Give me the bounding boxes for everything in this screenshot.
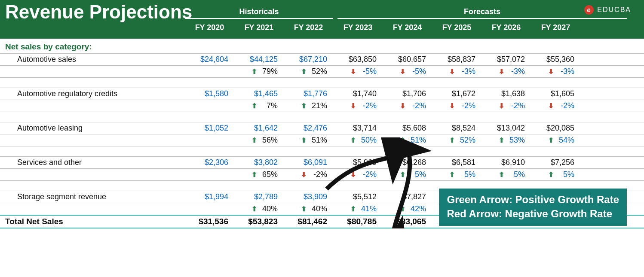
growth-row: ⬆79%⬆52%⬇-5%⬇-5%⬇-3%⬇-3%⬇-3%: [0, 66, 644, 78]
growth-cell: ⬆52%: [284, 67, 333, 76]
value-cell: $6,268: [383, 158, 432, 167]
growth-cell: ⬆65%: [234, 170, 284, 179]
value-cell: $5,608: [383, 124, 432, 133]
arrow-up-icon: ⬆: [301, 205, 307, 213]
growth-value: 56%: [261, 136, 278, 145]
growth-value: 54%: [558, 136, 574, 145]
value-cell: $57,072: [481, 55, 531, 64]
arrow-up-icon: ⬆: [449, 136, 455, 144]
growth-value: -2%: [509, 101, 525, 110]
arrow-up-icon: ⬆: [449, 170, 455, 179]
total-label: Total Net Sales: [5, 217, 185, 226]
growth-cell: ⬆53%: [481, 136, 531, 145]
growth-cell: ⬇-2%: [481, 101, 531, 110]
header: Revenue Projections e EDUCBA Historicals…: [0, 0, 644, 39]
growth-cell: ⬆40%: [234, 204, 284, 213]
value-cell: $3,714: [333, 124, 383, 133]
growth-cell: ⬆5%: [383, 170, 432, 179]
growth-value: -2%: [311, 170, 327, 179]
growth-cell: ⬇-5%: [383, 67, 432, 76]
arrow-up-icon: ⬆: [301, 136, 307, 144]
arrow-up-icon: ⬆: [251, 170, 257, 179]
year-header: FY 2025: [432, 23, 481, 32]
category-label: Automotive leasing: [17, 124, 185, 133]
section-title: Net sales by category:: [0, 41, 644, 54]
growth-cell: ⬇-3%: [531, 67, 580, 76]
growth-cell: [185, 101, 234, 110]
value-cell: $8,524: [432, 124, 481, 133]
arrow-down-icon: ⬇: [449, 102, 455, 110]
growth-cell: [185, 136, 234, 145]
growth-cell: ⬆40%: [284, 204, 333, 213]
growth-cell: ⬆50%: [333, 136, 383, 145]
value-cell: $1,642: [234, 124, 284, 133]
year-header: FY 2023: [333, 23, 383, 32]
growth-cell: [185, 204, 234, 213]
arrow-down-icon: ⬇: [350, 102, 356, 110]
growth-value: 21%: [311, 101, 327, 110]
growth-row: ⬆56%⬆51%⬆50%⬆51%⬆52%⬆53%⬆54%: [0, 134, 644, 146]
value-cell: $1,638: [481, 89, 531, 98]
value-cell: $2,476: [284, 124, 333, 133]
growth-cell: ⬆79%: [234, 67, 284, 76]
arrow-up-icon: ⬆: [400, 205, 405, 213]
total-cell: $31,536: [185, 217, 234, 226]
growth-value: -5%: [410, 67, 426, 76]
arrow-up-icon: ⬆: [301, 67, 307, 76]
growth-cell: ⬇-3%: [432, 67, 481, 76]
arrow-down-icon: ⬇: [301, 170, 307, 179]
growth-value: 41%: [360, 204, 377, 213]
category-label: Storage segment revenue: [17, 192, 185, 201]
arrow-down-icon: ⬇: [499, 67, 504, 76]
value-cell: $55,360: [531, 55, 580, 64]
value-cell: $1,672: [432, 89, 481, 98]
category-row: Automotive regulatory credits$1,580$1,46…: [0, 88, 644, 100]
group-forecasts: Forecasts: [337, 7, 627, 19]
growth-value: -5%: [360, 67, 377, 76]
value-cell: $2,789: [234, 192, 284, 201]
spacer-row: [0, 78, 644, 88]
value-cell: $6,091: [284, 158, 333, 167]
arrow-down-icon: ⬇: [400, 102, 405, 110]
year-header: FY 2027: [531, 23, 580, 32]
year-header: FY 2026: [481, 23, 531, 32]
growth-value: 51%: [311, 136, 327, 145]
total-cell: $83,065: [383, 217, 432, 226]
value-cell: $6,910: [481, 158, 531, 167]
growth-cell: ⬆51%: [284, 136, 333, 145]
growth-value: 79%: [261, 67, 278, 76]
arrow-up-icon: ⬆: [499, 170, 504, 179]
growth-cell: ⬆41%: [333, 204, 383, 213]
growth-cell: ⬆56%: [234, 136, 284, 145]
growth-value: 7%: [261, 101, 278, 110]
growth-cell: ⬇-5%: [333, 67, 383, 76]
value-cell: $7,827: [383, 192, 432, 201]
arrow-up-icon: ⬆: [350, 205, 356, 213]
value-cell: $1,776: [284, 89, 333, 98]
value-cell: $1,465: [234, 89, 284, 98]
callout-line-1: Green Arrow: Positive Growth Rate: [447, 193, 619, 207]
growth-value: 40%: [261, 204, 278, 213]
arrow-down-icon: ⬇: [350, 170, 356, 179]
arrow-up-icon: ⬆: [251, 102, 257, 110]
callout-line-2: Red Arrow: Negative Growth Rate: [447, 207, 619, 221]
arrow-down-icon: ⬇: [449, 67, 455, 76]
growth-value: 42%: [410, 204, 426, 213]
growth-value: -2%: [410, 101, 426, 110]
year-header: FY 2024: [383, 23, 432, 32]
value-cell: $1,994: [185, 192, 234, 201]
value-cell: $58,837: [432, 55, 481, 64]
growth-cell: ⬆7%: [234, 101, 284, 110]
total-cell: $80,785: [333, 217, 383, 226]
year-header: FY 2022: [284, 23, 333, 32]
year-header: FY 2020: [185, 23, 234, 32]
value-cell: $63,850: [333, 55, 383, 64]
growth-cell: [185, 170, 234, 179]
growth-value: -3%: [509, 67, 525, 76]
growth-cell: ⬇-2%: [333, 170, 383, 179]
arrow-up-icon: ⬆: [251, 67, 257, 76]
growth-value: 65%: [261, 170, 278, 179]
value-cell: $1,580: [185, 89, 234, 98]
growth-cell: ⬇-2%: [333, 101, 383, 110]
value-cell: $1,052: [185, 124, 234, 133]
